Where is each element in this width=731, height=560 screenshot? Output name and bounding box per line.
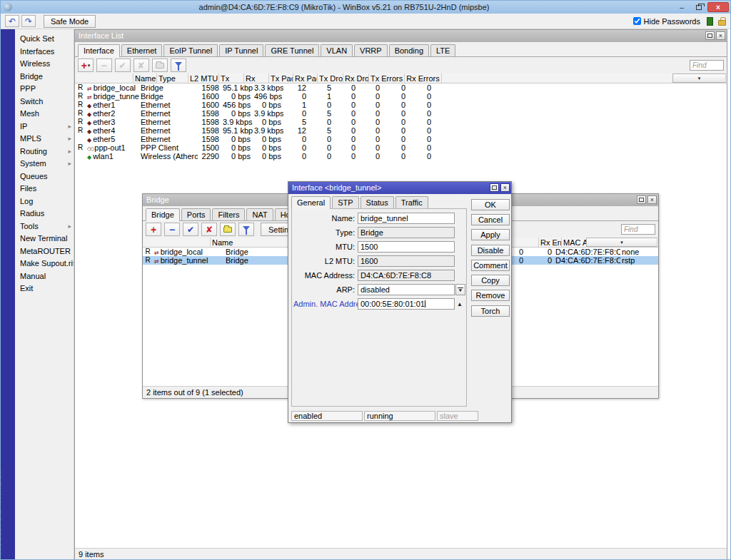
sidebar-item[interactable]: System ▸ xyxy=(15,158,74,170)
enable-button[interactable]: ✔ xyxy=(115,58,131,72)
add-button[interactable]: + xyxy=(146,223,161,236)
column-header[interactable]: L2 MTU xyxy=(188,73,219,83)
minimize-icon[interactable]: – xyxy=(673,2,690,12)
table-row[interactable]: R ◆ether1 Ethernet 1600 456 bps 0 bps 1 … xyxy=(75,101,727,109)
sidebar-item[interactable]: Make Supout.rif ▸ xyxy=(15,258,74,270)
tab[interactable]: VLAN xyxy=(321,44,353,56)
table-row[interactable]: R ◆ether2 Ethernet 1598 0 bps 3.9 kbps 0… xyxy=(75,109,727,118)
redo-icon[interactable]: ↷ xyxy=(21,15,36,27)
tab[interactable]: Bridge xyxy=(146,208,180,221)
dialog-button[interactable]: Remove xyxy=(471,290,510,301)
tab[interactable]: Ethernet xyxy=(121,44,163,56)
remove-button[interactable]: − xyxy=(96,58,112,72)
tab[interactable]: Interface xyxy=(78,44,120,57)
find-input[interactable] xyxy=(690,60,724,71)
dialog-button[interactable]: Copy xyxy=(471,275,510,286)
tab[interactable]: EoIP Tunnel xyxy=(163,44,218,56)
close-icon[interactable]: × xyxy=(647,195,657,204)
table-row[interactable]: R ◆ether4 Ethernet 1598 95.1 kbps 3.9 kb… xyxy=(75,126,727,135)
field-input[interactable]: D4:CA:6D:7E:F8:C8 xyxy=(358,270,455,281)
sidebar-item[interactable]: Manual ▸ xyxy=(15,270,74,283)
sidebar-item[interactable]: IP ▸ xyxy=(15,121,74,133)
sidebar-item[interactable]: Bridge ▸ xyxy=(15,71,74,83)
tab[interactable]: GRE Tunnel xyxy=(265,44,319,56)
column-header[interactable]: Rx Pac... xyxy=(293,73,318,83)
column-header[interactable]: Tx Pac... xyxy=(269,73,293,83)
field-input[interactable]: 1500 xyxy=(358,241,455,253)
column-header[interactable] xyxy=(75,73,133,83)
field-input[interactable]: disabled xyxy=(358,284,455,295)
column-header[interactable]: Rx xyxy=(244,73,269,83)
sidebar-item[interactable]: Switch ▸ xyxy=(15,96,74,108)
close-icon[interactable]: × xyxy=(716,31,725,40)
field-input[interactable]: 1600 xyxy=(358,255,455,267)
table-row[interactable]: ◆wlan1 Wireless (Atheros 11N) 2290 0 bps… xyxy=(75,152,727,161)
dialog-button[interactable]: OK xyxy=(471,199,510,210)
tab[interactable]: LTE xyxy=(430,44,455,56)
sidebar-item[interactable]: Routing ▸ xyxy=(15,146,74,158)
field-input[interactable]: 00:00:5E:80:01:01 xyxy=(358,298,455,310)
remove-button[interactable]: − xyxy=(164,223,180,236)
table-row[interactable]: R ⇄bridge_tunnel Bridge 1600 0 bps 496 b… xyxy=(75,92,727,101)
sidebar-item[interactable]: Queues ▸ xyxy=(15,170,74,183)
sidebar-item[interactable]: MetaROUTER ▸ xyxy=(15,245,74,258)
close-icon[interactable]: × xyxy=(500,183,510,192)
hide-passwords-checkbox[interactable] xyxy=(633,17,641,25)
sidebar-item[interactable]: Interfaces ▸ xyxy=(15,46,74,58)
filter-button[interactable] xyxy=(171,58,186,72)
sidebar-item[interactable]: Tools ▸ xyxy=(15,220,74,233)
column-header[interactable] xyxy=(143,238,211,247)
sidebar-item[interactable]: Wireless ▸ xyxy=(15,58,74,71)
dialog-button[interactable]: Cancel xyxy=(471,214,510,225)
sidebar-item[interactable]: MPLS ▸ xyxy=(15,133,74,146)
sidebar-item[interactable]: Exit ▸ xyxy=(15,282,74,295)
close-icon[interactable]: × xyxy=(707,2,729,12)
find-input[interactable] xyxy=(621,224,655,235)
table-row[interactable]: R ◆ether3 Ethernet 1598 3.9 kbps 0 bps 5… xyxy=(75,118,727,126)
restore-icon[interactable] xyxy=(637,195,646,204)
tab[interactable]: General xyxy=(291,196,331,209)
tab[interactable]: Bonding xyxy=(389,44,429,56)
sidebar-item[interactable]: Log ▸ xyxy=(15,195,74,208)
table-row[interactable]: ◆ether5 Ethernet 1598 0 bps 0 bps 0 0 0 … xyxy=(75,135,727,143)
tab[interactable]: IP Tunnel xyxy=(219,44,263,56)
sidebar-item[interactable]: PPP ▸ xyxy=(15,83,74,96)
interface-table-header[interactable]: ∕ ▼ NameTypeL2 MTUTxRxTx Pac...Rx Pac...… xyxy=(75,73,727,83)
maximize-icon[interactable] xyxy=(690,2,707,12)
collapse-arrow-icon[interactable]: ▲ xyxy=(457,301,463,307)
dialog-button[interactable]: Comment xyxy=(471,260,510,271)
column-header[interactable]: Type xyxy=(157,73,188,83)
add-button[interactable]: +▾ xyxy=(78,58,94,72)
tab[interactable]: NAT xyxy=(246,208,273,220)
dialog-button[interactable]: Apply xyxy=(471,229,510,240)
filter-button[interactable] xyxy=(238,223,254,236)
comment-button[interactable] xyxy=(152,58,168,72)
dialog-button[interactable]: Torch xyxy=(471,305,510,317)
column-selector-icon[interactable]: ▼ xyxy=(586,238,657,247)
disable-button[interactable]: ✘ xyxy=(201,223,217,236)
tab[interactable]: Traffic xyxy=(395,196,428,208)
column-header[interactable]: Tx Drops xyxy=(318,73,343,83)
undo-icon[interactable]: ↶ xyxy=(5,15,19,27)
tab[interactable]: VRRP xyxy=(354,44,388,56)
sidebar-item[interactable]: New Terminal ▸ xyxy=(15,233,74,245)
table-row[interactable]: R ⇄bridge_local Bridge 1598 95.1 kbps 3.… xyxy=(75,83,727,92)
comment-button[interactable] xyxy=(220,223,236,236)
dialog-button[interactable]: Disable xyxy=(471,245,510,256)
disable-button[interactable]: ✘ xyxy=(133,58,149,72)
column-header[interactable]: Rx Errors xyxy=(539,238,562,247)
column-header[interactable]: Rx Drops xyxy=(343,73,369,83)
sidebar-item[interactable]: Files ▸ xyxy=(15,183,74,195)
tab[interactable]: Filters xyxy=(212,208,245,220)
tab[interactable]: Ports xyxy=(181,208,211,220)
column-header[interactable]: Rx Errors xyxy=(405,73,441,83)
sidebar-item[interactable]: Radius ▸ xyxy=(15,208,74,220)
sidebar-item[interactable]: Mesh ▸ xyxy=(15,108,74,121)
tab[interactable]: Status xyxy=(361,196,394,208)
dropdown-button[interactable]: ▼ xyxy=(455,284,465,295)
enable-button[interactable]: ✔ xyxy=(183,223,198,236)
sidebar-item[interactable]: Quick Set ▸ xyxy=(15,33,74,46)
tab[interactable]: STP xyxy=(332,196,358,208)
field-input[interactable]: Bridge xyxy=(358,227,455,238)
field-input[interactable]: bridge_tunnel xyxy=(358,213,455,224)
